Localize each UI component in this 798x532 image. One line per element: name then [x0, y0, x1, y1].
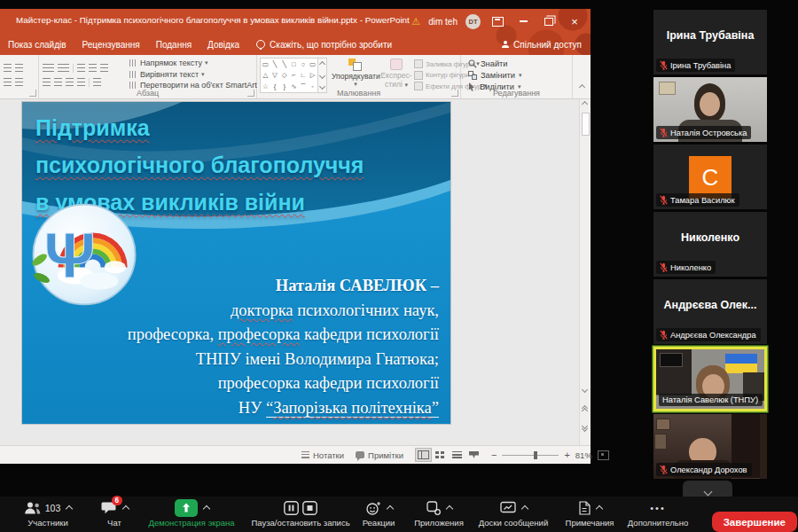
chevron-up-icon[interactable]	[202, 505, 209, 512]
account-avatar[interactable]: DT	[466, 14, 481, 29]
increase-indent-icon[interactable]	[89, 64, 97, 72]
end-meeting-button[interactable]: Завершение	[712, 512, 797, 532]
restore-button[interactable]	[540, 9, 558, 34]
dropdown-icon: ▾	[332, 81, 379, 88]
tell-me-label: Скажіть, що потрібно зробити	[270, 40, 392, 50]
collapse-ribbon-button[interactable]	[580, 77, 584, 93]
whiteboards-button[interactable]: Доски сообщений	[472, 500, 555, 528]
zoom-slider-thumb[interactable]	[534, 451, 537, 459]
participant-tile[interactable]: Ірина Трубавіна Ірина Трубавіна	[653, 10, 767, 74]
share-button[interactable]: Спільний доступ	[502, 40, 582, 50]
participant-tile[interactable]: Олександр Дорохов	[653, 414, 767, 479]
line-spacing-icon[interactable]	[100, 64, 108, 72]
warning-icon: ⚠	[411, 16, 420, 27]
justify-icon[interactable]	[77, 78, 85, 86]
participant-tile[interactable]: Николенко Николенко	[653, 212, 767, 277]
chevron-up-icon[interactable]	[386, 505, 393, 512]
search-icon	[468, 59, 477, 68]
more-button[interactable]: ••• Дополнительно	[622, 500, 693, 528]
person-icon	[502, 41, 509, 48]
arrange-button[interactable]: Упорядкувати ▾	[332, 59, 379, 88]
zoom-in-button[interactable]: +	[564, 450, 569, 460]
decrease-indent-icon[interactable]	[77, 64, 85, 72]
font-dialog-launcher[interactable]	[29, 90, 36, 97]
chevron-up-icon[interactable]	[445, 505, 452, 512]
close-button[interactable]: ×	[566, 9, 583, 34]
tab-help[interactable]: Довідка	[200, 34, 247, 55]
previous-slide-button[interactable]	[583, 408, 587, 415]
shape-fill-button[interactable]: Заливка фігури▾	[414, 59, 460, 70]
titlebar[interactable]: Майстер-клас - Підтримка психологічного …	[0, 9, 591, 34]
chevron-up-icon[interactable]	[66, 505, 73, 512]
slide-sorter-view-button[interactable]	[432, 448, 449, 462]
tab-view[interactable]: Подання	[148, 34, 200, 55]
shapes-gallery[interactable]: ▭╲╲□○▭ △▽◇⌐∟▷ ☆{}∿⌒◦	[260, 58, 318, 93]
chevron-down-icon	[703, 487, 712, 496]
text-direction-button[interactable]: Напрямок тексту▾	[129, 58, 262, 69]
participant-display-name: Николенко	[653, 231, 767, 244]
muted-mic-icon	[660, 330, 668, 340]
quick-styles-button[interactable]: Експрес- стилі ▾	[380, 59, 412, 90]
tell-me-box[interactable]: Скажіть, що потрібно зробити	[256, 40, 392, 50]
chat-button[interactable]: 6 Чат	[89, 500, 140, 528]
comments-button[interactable]: Примітки	[356, 450, 403, 460]
arrange-icon	[348, 59, 363, 70]
align-right-icon[interactable]	[66, 78, 74, 86]
apps-button[interactable]: Приложения	[408, 500, 470, 528]
minimize-button[interactable]	[514, 9, 532, 34]
participants-button[interactable]: 103 Участники	[5, 500, 90, 528]
lightbulb-icon	[256, 40, 265, 49]
text-highlight-icon[interactable]	[4, 78, 12, 86]
numbering-icon[interactable]	[58, 64, 69, 72]
font-color-icon[interactable]	[15, 78, 23, 86]
zoom-out-button[interactable]: −	[491, 450, 497, 460]
shrink-font-icon[interactable]	[15, 64, 23, 72]
notes-button[interactable]: Примечания	[557, 500, 622, 528]
slideshow-view-button[interactable]	[466, 448, 482, 462]
scroll-down-arrow[interactable]	[583, 379, 587, 395]
share-screen-button[interactable]: Демонстрация экрана	[142, 500, 241, 528]
align-left-icon[interactable]	[43, 78, 51, 86]
slide-body-text[interactable]: Наталія САВЕЛЮК – докторка психологічних…	[29, 274, 439, 420]
normal-view-button[interactable]	[415, 448, 432, 462]
muted-mic-icon	[660, 262, 668, 272]
drawing-dialog-launcher[interactable]	[451, 90, 458, 97]
participant-tile[interactable]: Андрєєва Олек... Андрєєва Олександра	[653, 279, 767, 344]
next-slide-button[interactable]	[583, 426, 587, 433]
replace-button[interactable]: Замінити▾	[468, 69, 572, 81]
scrollbar-thumb[interactable]	[582, 113, 590, 136]
dropdown-icon: ▾	[404, 82, 408, 88]
chevron-up-icon[interactable]	[121, 505, 129, 512]
slide-canvas[interactable]: Підтримка психологічного благополуччя в …	[22, 102, 450, 424]
grow-font-icon[interactable]	[4, 64, 12, 72]
shape-outline-button[interactable]: Контур фігури▾	[414, 70, 460, 82]
reactions-button[interactable]: Реакции	[351, 500, 406, 528]
tab-slideshow[interactable]: Показ слайдів	[0, 34, 74, 55]
columns-icon[interactable]	[93, 78, 101, 86]
scroll-up-arrow[interactable]	[582, 101, 588, 107]
align-center-icon[interactable]	[54, 78, 62, 86]
pause-stop-recording-button[interactable]: Пауза/остановить запись	[243, 500, 358, 528]
participant-tile[interactable]: C Тамара Василюк	[653, 145, 767, 209]
zoom-slider[interactable]	[502, 455, 559, 456]
align-text-button[interactable]: Вирівняти текст▾	[129, 69, 262, 81]
account-name[interactable]: dim teh	[428, 17, 458, 27]
active-speaker-tile[interactable]: Наталія Савелюк (ТНПУ)	[653, 347, 767, 411]
chevron-up-icon[interactable]	[595, 505, 602, 512]
shape-fill-icon	[414, 59, 423, 68]
shapes-gallery-scrollbar[interactable]	[318, 58, 327, 93]
notes-button[interactable]: Нотатки	[301, 450, 344, 460]
paragraph-dialog-launcher[interactable]	[247, 90, 254, 97]
powerpoint-window: Майстер-клас - Підтримка психологічного …	[0, 9, 591, 464]
ukraine-flag	[725, 354, 757, 373]
more-dots-icon: •••	[650, 503, 666, 513]
reading-view-button[interactable]	[449, 448, 466, 462]
editing-group: Знайти Замінити▾ Виділити▾ Редагування	[461, 55, 573, 98]
notes-icon	[301, 451, 309, 459]
find-button[interactable]: Знайти	[468, 58, 572, 69]
bullets-icon[interactable]	[43, 64, 54, 72]
participant-tile[interactable]: Наталія Островська	[653, 77, 767, 142]
chevron-up-icon[interactable]	[520, 505, 528, 512]
ribbon-display-options-button[interactable]	[489, 9, 506, 34]
tab-review[interactable]: Рецензування	[74, 34, 148, 55]
